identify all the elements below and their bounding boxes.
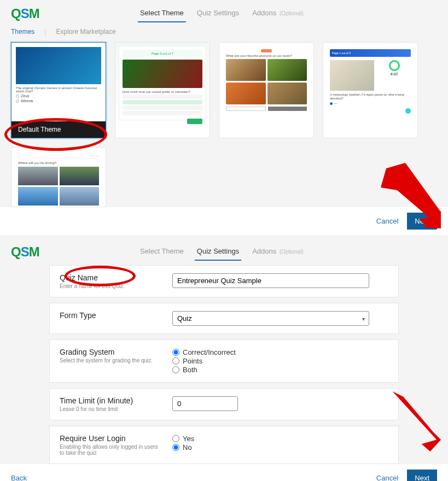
grading-label: Grading System (60, 348, 164, 356)
grading-option-correct[interactable]: Correct/Incorrect (172, 348, 388, 356)
quiz-name-hint: Enter a name for this Quiz. (60, 283, 164, 289)
login-option-yes[interactable]: Yes (172, 435, 388, 443)
row-time-limit: Time Limit (in Minute) Leave 0 for no ti… (49, 388, 399, 420)
theme-subtabs: Themes | Explore Marketplace (0, 22, 448, 40)
grading-hint: Select the system for grading the quiz. (60, 357, 164, 363)
grading-option-points[interactable]: Points (172, 357, 388, 365)
theme-card[interactable]: Page 1 out of 5 4:47 In meteorology (wea… (323, 42, 418, 138)
theme-preview-image (16, 47, 101, 84)
form-type-select[interactable]: Quiz (172, 311, 369, 326)
theme-preview-header: —— — — (18, 154, 99, 159)
grading-option-both[interactable]: Both (172, 366, 388, 374)
subtab-explore-marketplace[interactable]: Explore Marketplace (56, 28, 115, 36)
theme-card[interactable]: Page 3 out of 7 How much time you would … (115, 42, 210, 138)
theme-card-default[interactable]: The original Olympic Games in ancient Gr… (11, 42, 106, 138)
theme-preview-option: Zeus (16, 94, 101, 98)
radio-input[interactable] (172, 357, 179, 365)
wizard-tabs: Select Theme Quiz Settings Addons (Optio… (39, 4, 404, 22)
time-limit-label: Time Limit (in Minute) (60, 396, 164, 405)
theme-preview-pager: Page 3 out of 7 (123, 50, 202, 57)
row-quiz-name: Quiz Name Enter a name for this Quiz. (49, 265, 399, 297)
theme-preview-option: — (330, 102, 411, 105)
tab-addons-optional: (Optional) (280, 249, 304, 255)
tab-addons[interactable]: Addons (Optional) (250, 4, 306, 22)
theme-preview-option (123, 95, 202, 99)
theme-card[interactable]: —— — — Where will you be driving? (11, 147, 106, 207)
tab-quiz-settings[interactable]: Quiz Settings (195, 4, 241, 22)
qsm-logo: QSM (11, 244, 39, 260)
tab-select-theme[interactable]: Select Theme (138, 243, 186, 261)
theme-preview-question: How much time you would prefer to volunt… (123, 90, 202, 93)
subtab-themes[interactable]: Themes (11, 28, 34, 36)
theme-preview-badge (261, 49, 272, 52)
time-limit-input[interactable] (172, 396, 238, 411)
theme-caption: Default Theme (11, 121, 106, 138)
theme-preview-option (123, 105, 202, 110)
theme-preview-timer: 4:47 (391, 72, 398, 76)
theme-preview-pager: Page 1 out of 5 (330, 49, 411, 57)
theme-preview-image-grid (226, 59, 307, 104)
require-login-hint: Enabling this allows only logged in user… (60, 444, 164, 456)
qsm-logo: QSM (11, 6, 39, 21)
theme-preview-question: What are your favorite products on our s… (226, 54, 307, 57)
theme-preview-option (123, 111, 202, 115)
form-type-label: Form Type (60, 311, 164, 320)
cancel-link[interactable]: Cancel (376, 217, 398, 225)
theme-preview-option: Athena (16, 99, 101, 103)
timer-ring-icon (389, 60, 400, 71)
theme-preview-image-grid (18, 167, 99, 206)
tab-addons-optional: (Optional) (280, 10, 304, 16)
tab-select-theme[interactable]: Select Theme (138, 4, 186, 22)
tab-quiz-settings[interactable]: Quiz Settings (195, 243, 241, 261)
tab-addons-label: Addons (252, 247, 276, 255)
theme-preview-next (187, 119, 202, 124)
radio-input[interactable] (172, 349, 179, 356)
next-button[interactable]: Next (407, 213, 437, 230)
radio-input[interactable] (172, 435, 179, 442)
wizard-tabs: Select Theme Quiz Settings Addons (Optio… (39, 243, 404, 261)
cancel-link[interactable]: Cancel (376, 474, 398, 481)
theme-preview-option (123, 100, 202, 104)
require-login-label: Require User Login (60, 434, 164, 443)
login-option-no[interactable]: No (172, 443, 388, 451)
theme-preview-question: The original Olympic Games in ancient Gr… (16, 86, 101, 93)
quiz-name-input[interactable] (172, 273, 369, 288)
theme-preview-image (330, 60, 374, 91)
panel1-footer: Cancel Next (0, 207, 448, 235)
radio-input[interactable] (172, 444, 179, 451)
radio-input[interactable] (172, 366, 179, 373)
theme-preview-image (123, 60, 202, 88)
row-grading-system: Grading System Select the system for gra… (49, 339, 399, 383)
tab-addons-label: Addons (252, 9, 276, 17)
time-limit-hint: Leave 0 for no time limit (60, 406, 164, 412)
next-button[interactable]: Next (407, 470, 437, 481)
row-form-type: Form Type Quiz ▾ (49, 303, 399, 334)
theme-card[interactable]: What are your favorite products on our s… (219, 42, 314, 138)
theme-preview-question: Where will you be driving? (18, 161, 99, 165)
subtab-separator: | (44, 28, 46, 36)
tab-addons[interactable]: Addons (Optional) (250, 243, 306, 261)
theme-preview-nav (226, 107, 307, 111)
theme-preview-question: In meteorology (weather), if a region pa… (330, 93, 411, 101)
panel2-footer: Back Cancel Next (0, 464, 448, 481)
theme-preview-next (330, 108, 411, 114)
back-link[interactable]: Back (11, 474, 27, 481)
quiz-name-label: Quiz Name (60, 273, 164, 282)
row-require-login: Require User Login Enabling this allows … (49, 426, 399, 464)
